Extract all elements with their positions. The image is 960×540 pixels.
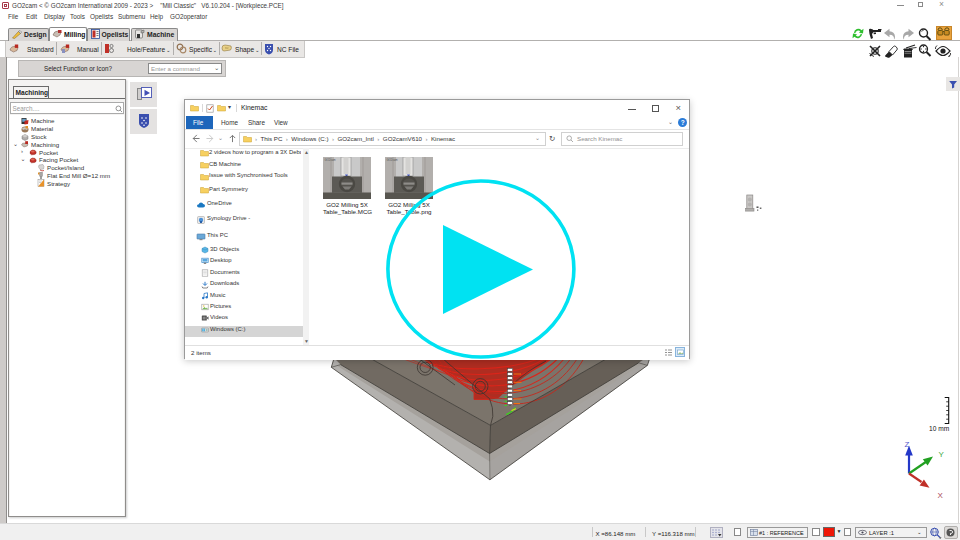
svg-text:GO2cam: GO2cam: [325, 158, 337, 162]
svg-text:X: X: [938, 491, 944, 500]
svg-text:GO2cam: GO2cam: [387, 158, 399, 162]
svg-text:10 mm: 10 mm: [929, 425, 950, 432]
svg-text:Y: Y: [939, 450, 945, 459]
svg-text:Z: Z: [905, 440, 910, 449]
